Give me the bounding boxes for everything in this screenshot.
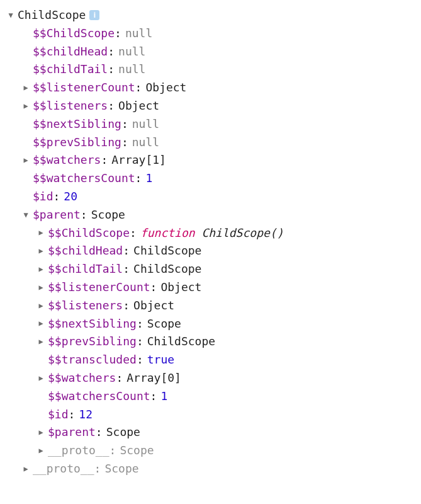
- prop-name: $$prevSibling: [33, 134, 121, 152]
- prop-name: $$nextSibling: [33, 115, 121, 134]
- tree-row[interactable]: ▶ $$ChildScope: null: [6, 25, 421, 43]
- tree-row[interactable]: ▶ $$childTail: ChildScope: [6, 260, 421, 278]
- prop-name: $$listenerCount: [48, 278, 150, 297]
- tree-row[interactable]: ▶ $$nextSibling: null: [6, 115, 421, 134]
- tree-row[interactable]: ▶ __proto__: Scope: [6, 460, 421, 478]
- tree-row[interactable]: ▶ $$prevSibling: null: [6, 134, 421, 152]
- tree-row[interactable]: ▶ $$childHead: null: [6, 43, 421, 61]
- tree-row[interactable]: ▶ __proto__: Scope: [6, 442, 421, 460]
- prop-value: Object: [133, 297, 174, 315]
- prop-name: $parent: [48, 423, 96, 442]
- chevron-right-icon[interactable]: ▶: [21, 100, 30, 112]
- tree-row[interactable]: ▶ $$listenerCount: Object: [6, 79, 421, 97]
- prop-value: Object: [118, 97, 159, 115]
- prop-value: 12: [79, 406, 93, 424]
- prop-name: $$listeners: [48, 297, 123, 315]
- prop-name: $id: [33, 188, 53, 206]
- chevron-right-icon[interactable]: ▶: [36, 427, 45, 438]
- chevron-right-icon[interactable]: ▶: [36, 263, 45, 275]
- prop-value: null: [125, 25, 152, 43]
- tree-row[interactable]: ▼ $parent: Scope: [6, 206, 421, 224]
- prop-value: ChildScope: [133, 242, 201, 260]
- tree-row[interactable]: ▶ $$watchersCount: 1: [6, 169, 421, 188]
- prop-name: $$transcluded: [48, 351, 137, 369]
- prop-value: ChildScope: [147, 333, 215, 351]
- tree-row[interactable]: ▶ $$prevSibling: ChildScope: [6, 333, 421, 351]
- prop-value: Scope: [120, 442, 154, 460]
- tree-row[interactable]: ▶ $$watchers: Array[0]: [6, 369, 421, 387]
- prop-name: $$prevSibling: [48, 333, 137, 351]
- tree-row[interactable]: ▶ $parent: Scope: [6, 423, 421, 442]
- prop-value: Scope: [104, 460, 138, 478]
- prop-name: $$watchersCount: [48, 387, 150, 406]
- chevron-right-icon[interactable]: ▶: [36, 227, 45, 239]
- prop-value: true: [147, 351, 174, 369]
- prop-value: 20: [64, 188, 77, 206]
- tree-row[interactable]: ▶ $$transcluded: true: [6, 351, 421, 369]
- tree-row[interactable]: ▶ $id: 20: [6, 188, 421, 206]
- prop-value: Array[0]: [126, 369, 181, 387]
- prop-name: $$childTail: [33, 60, 108, 79]
- tree-row[interactable]: ▶ $$childTail: null: [6, 60, 421, 79]
- prop-name: $$ChildScope: [48, 224, 130, 243]
- tree-row[interactable]: ▶ $$watchersCount: 1: [6, 387, 421, 406]
- prop-name: $$nextSibling: [48, 315, 137, 333]
- chevron-right-icon[interactable]: ▶: [36, 282, 45, 294]
- prop-value: Object: [160, 278, 201, 297]
- tree-row[interactable]: ▼ ChildScope i: [6, 6, 421, 25]
- chevron-right-icon[interactable]: ▶: [36, 300, 45, 312]
- tree-row[interactable]: ▶ $$childHead: ChildScope: [6, 242, 421, 260]
- chevron-right-icon[interactable]: ▶: [36, 336, 45, 348]
- prop-name: $$childHead: [48, 242, 123, 260]
- chevron-right-icon[interactable]: ▶: [36, 372, 45, 384]
- prop-value: null: [132, 134, 159, 152]
- tree-row[interactable]: ▶ $id: 12: [6, 406, 421, 424]
- prop-value: Scope: [91, 206, 125, 224]
- prop-name: $$listeners: [33, 97, 108, 115]
- tree-row[interactable]: ▶ $$listeners: Object: [6, 97, 421, 115]
- prop-name: $$watchersCount: [33, 169, 135, 188]
- prop-value: null: [132, 115, 159, 134]
- root-label: ChildScope: [18, 6, 86, 25]
- tree-row[interactable]: ▶ $$watchers: Array[1]: [6, 151, 421, 169]
- prop-value: Scope: [147, 315, 181, 333]
- tree-row[interactable]: ▶ $$nextSibling: Scope: [6, 315, 421, 333]
- prop-value: function ChildScope(): [140, 224, 284, 243]
- prop-value: 1: [160, 387, 167, 406]
- info-icon[interactable]: i: [89, 10, 99, 20]
- prop-value: Scope: [106, 423, 140, 442]
- prop-name: $$ChildScope: [33, 25, 115, 43]
- chevron-right-icon[interactable]: ▶: [36, 318, 45, 329]
- prop-value: null: [118, 60, 145, 79]
- prop-name: $$watchers: [48, 369, 116, 387]
- prop-value: ChildScope: [133, 260, 201, 278]
- prop-value: Object: [145, 79, 186, 97]
- prop-name: $parent: [33, 206, 81, 224]
- prop-name: __proto__: [33, 460, 94, 478]
- chevron-down-icon[interactable]: ▼: [21, 209, 30, 221]
- tree-row[interactable]: ▶ $$listeners: Object: [6, 297, 421, 315]
- tree-row[interactable]: ▶ $$ChildScope: function ChildScope(): [6, 224, 421, 243]
- tree-row[interactable]: ▶ $$listenerCount: Object: [6, 278, 421, 297]
- prop-name: $$watchers: [33, 151, 101, 169]
- chevron-right-icon[interactable]: ▶: [21, 154, 30, 166]
- chevron-down-icon[interactable]: ▼: [6, 9, 15, 21]
- chevron-right-icon[interactable]: ▶: [21, 82, 30, 94]
- prop-name: __proto__: [48, 442, 109, 460]
- prop-value: 1: [145, 169, 152, 188]
- chevron-right-icon[interactable]: ▶: [36, 245, 45, 257]
- function-keyword: function: [140, 226, 195, 239]
- prop-value: Array[1]: [111, 151, 166, 169]
- prop-name: $id: [48, 406, 69, 424]
- prop-name: $$childHead: [33, 43, 108, 61]
- prop-name: $$childTail: [48, 260, 123, 278]
- prop-value: null: [118, 43, 145, 61]
- prop-name: $$listenerCount: [33, 79, 135, 97]
- chevron-right-icon[interactable]: ▶: [36, 445, 45, 457]
- chevron-right-icon[interactable]: ▶: [21, 463, 30, 475]
- function-name: ChildScope(): [201, 226, 283, 239]
